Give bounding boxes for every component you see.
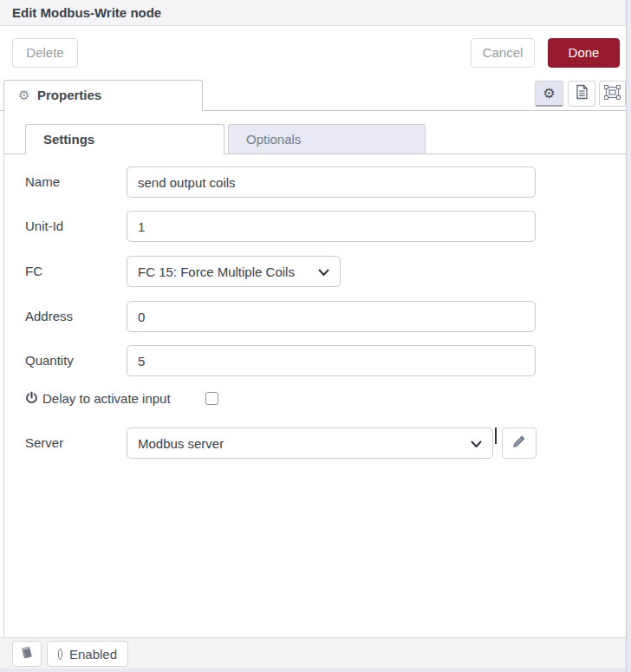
gear-icon: ⚙ xyxy=(18,88,29,103)
delete-button[interactable]: Delete xyxy=(12,38,78,68)
unit-id-input[interactable] xyxy=(127,211,536,242)
gear-icon: ⚙ xyxy=(543,87,555,101)
unit-id-label: Unit-Id xyxy=(25,211,63,242)
done-button[interactable]: Done xyxy=(548,38,620,68)
edit-node-dialog: Edit Modbus-Write node Delete Cancel Don… xyxy=(0,0,631,672)
server-label: Server xyxy=(25,427,63,459)
status-circle-icon xyxy=(58,649,62,660)
address-input[interactable] xyxy=(127,301,536,332)
properties-tab-label: Properties xyxy=(37,88,101,102)
tab-properties[interactable]: ⚙ Properties xyxy=(3,80,203,111)
text-cursor xyxy=(495,427,497,444)
pencil-icon xyxy=(512,434,526,452)
dialog-header: Edit Modbus-Write node xyxy=(0,0,631,26)
tab-settings[interactable]: Settings xyxy=(25,124,224,154)
edit-server-button[interactable] xyxy=(502,427,537,459)
quantity-label: Quantity xyxy=(25,345,74,376)
chevron-down-icon xyxy=(471,436,482,451)
name-input[interactable] xyxy=(127,166,536,198)
delay-checkbox[interactable] xyxy=(205,392,218,405)
quantity-input[interactable] xyxy=(127,345,536,376)
dialog-title: Edit Modbus-Write node xyxy=(12,5,161,20)
tab-optionals[interactable]: Optionals xyxy=(228,124,426,153)
window-edge-right xyxy=(626,0,631,672)
address-label: Address xyxy=(25,301,73,332)
delay-row: Delay to activate input xyxy=(25,388,171,408)
fc-label: FC xyxy=(25,256,42,287)
cancel-button[interactable]: Cancel xyxy=(471,38,535,68)
name-label: Name xyxy=(25,166,60,198)
chevron-down-icon xyxy=(318,264,329,279)
window-edge-bottom xyxy=(0,669,631,672)
fc-selected-value: FC 15: Force Multiple Coils xyxy=(138,264,318,279)
power-icon xyxy=(25,391,38,405)
fc-select[interactable]: FC 15: Force Multiple Coils xyxy=(127,256,341,287)
server-select[interactable]: Modbus server xyxy=(127,427,493,459)
document-icon xyxy=(575,84,589,103)
node-help-button[interactable] xyxy=(12,641,42,667)
delay-label: Delay to activate input xyxy=(42,391,171,406)
book-icon xyxy=(19,645,35,663)
description-button[interactable] xyxy=(568,81,595,107)
appearance-button[interactable] xyxy=(599,81,626,107)
properties-gear-button[interactable]: ⚙ xyxy=(535,81,563,107)
enabled-label: Enabled xyxy=(69,647,117,662)
dialog-footer: Enabled xyxy=(0,637,626,669)
enabled-toggle-button[interactable]: Enabled xyxy=(47,641,128,667)
selection-frame-icon xyxy=(604,85,621,103)
server-selected-value: Modbus server xyxy=(138,436,471,451)
properties-panel: Settings Optionals Name Unit-Id FC FC 15… xyxy=(3,111,626,637)
